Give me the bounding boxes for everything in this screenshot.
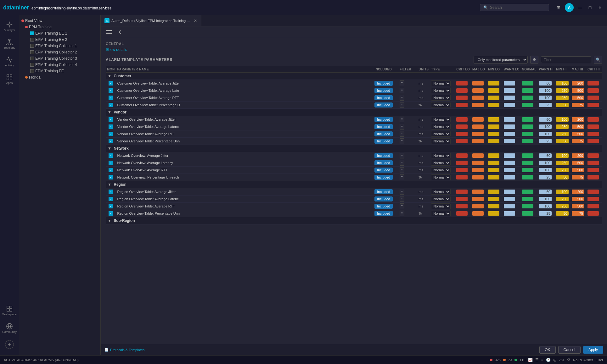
included-cell[interactable]: Included [373,138,398,145]
included-cell[interactable]: Included [373,152,398,159]
row-checkbox-cell[interactable]: ✓ [106,167,116,174]
row-checkbox[interactable]: ✓ [109,153,113,158]
type-select[interactable]: Normal [431,138,451,144]
included-button[interactable]: Included [374,211,393,216]
type-select[interactable]: Normal [431,95,451,101]
row-checkbox-cell[interactable]: ✓ [106,174,116,181]
included-button[interactable]: Included [374,153,393,158]
row-checkbox[interactable]: ✓ [109,211,113,216]
row-checkbox-cell[interactable]: ✓ [106,188,116,196]
included-cell[interactable]: Included [373,210,398,217]
filter-cell[interactable]: * [398,159,417,167]
type-cell[interactable]: Normal [430,188,455,196]
type-cell[interactable]: Normal [430,203,455,210]
row-checkbox[interactable]: ✓ [109,161,113,165]
filter-cell[interactable]: * [398,87,417,94]
included-cell[interactable]: Included [373,123,398,130]
row-checkbox-cell[interactable]: ✓ [106,130,116,138]
type-cell[interactable]: Normal [430,116,455,123]
included-cell[interactable]: Included [373,174,398,181]
tree-checkbox[interactable] [30,69,34,73]
tree-item-epm-training[interactable]: EPM Training [19,24,100,30]
sidebar-item-surveyor[interactable]: Surveyor [2,18,17,35]
included-button[interactable]: Included [374,160,393,165]
row-checkbox-cell[interactable]: ✓ [106,123,116,130]
type-select[interactable]: Normal [431,160,451,166]
included-button[interactable]: Included [374,81,393,86]
included-button[interactable]: Included [374,102,393,108]
included-cell[interactable]: Included [373,87,398,94]
tree-checkbox[interactable] [30,57,34,60]
type-cell[interactable]: Normal [430,210,455,217]
row-checkbox[interactable]: ✓ [109,175,113,179]
type-cell[interactable]: Normal [430,80,455,87]
type-select[interactable]: Normal [431,174,451,180]
type-cell[interactable]: Normal [430,130,455,138]
group-arrow-icon[interactable]: ▼ [108,74,111,78]
row-checkbox[interactable]: ✓ [109,190,113,194]
filter-cell[interactable]: * [398,174,417,181]
included-cell[interactable]: Included [373,130,398,138]
tab-alarm-default[interactable]: ⚠ Alarm_Default (Skyline EPM Integration… [101,15,201,26]
type-select[interactable]: Normal [431,167,451,173]
type-select[interactable]: Normal [431,124,451,130]
type-select[interactable]: Normal [431,117,451,122]
type-select[interactable]: Normal [431,203,451,209]
sidebar-item-apps[interactable]: Apps [2,71,17,87]
included-button[interactable]: Included [374,189,393,194]
included-button[interactable]: Included [374,175,393,180]
global-search[interactable]: 🔍 Search [480,4,549,11]
included-button[interactable]: Included [374,88,393,93]
filter-cell[interactable]: * [398,203,417,210]
ok-button[interactable]: OK [539,346,555,354]
included-button[interactable]: Included [374,204,393,209]
tree-item-fe[interactable]: EPM Training FE [19,68,100,74]
settings-button[interactable]: ⚙ [530,56,538,64]
included-cell[interactable]: Included [373,94,398,102]
filter-cell[interactable]: * [398,94,417,102]
type-select[interactable]: Normal [431,80,451,86]
included-cell[interactable]: Included [373,159,398,167]
row-checkbox[interactable]: ✓ [109,168,113,172]
row-checkbox[interactable]: ✓ [109,139,113,143]
included-cell[interactable]: Included [373,80,398,87]
pin-icon[interactable]: ⊞ [555,4,562,11]
tree-item-col1[interactable]: EPM Training Collector 1 [19,43,100,49]
close-window-icon[interactable]: ✕ [596,4,604,11]
type-select[interactable]: Normal [431,211,451,216]
group-arrow-icon[interactable]: ▼ [108,218,111,223]
type-cell[interactable]: Normal [430,138,455,145]
row-checkbox-cell[interactable]: ✓ [106,159,116,167]
row-checkbox-cell[interactable]: ✓ [106,94,116,102]
row-checkbox[interactable]: ✓ [109,197,113,201]
tree-checkbox[interactable] [30,50,34,54]
filter-cell[interactable]: * [398,210,417,217]
sidebar-item-community[interactable]: Community [2,320,17,336]
user-avatar[interactable]: A [565,3,574,12]
type-select[interactable]: Normal [431,189,451,195]
row-checkbox-cell[interactable]: ✓ [106,102,116,109]
type-cell[interactable]: Normal [430,87,455,94]
included-button[interactable]: Included [374,95,393,100]
filter-cell[interactable]: * [398,80,417,87]
tree-item-col2[interactable]: EPM Training Collector 2 [19,49,100,55]
included-button[interactable]: Included [374,196,393,201]
add-view-button[interactable]: + [5,340,14,349]
cancel-button[interactable]: Cancel [558,346,581,354]
filter-input[interactable] [541,56,591,63]
type-select[interactable]: Normal [431,88,451,93]
included-cell[interactable]: Included [373,167,398,174]
filter-cell[interactable]: * [398,123,417,130]
tree-item-be2[interactable]: EPM Training BE 2 [19,36,100,43]
filter-cell[interactable]: * [398,130,417,138]
type-select[interactable]: Normal [431,196,451,202]
row-checkbox[interactable]: ✓ [109,81,113,85]
monitored-params-select[interactable]: Only monitored parameters [474,56,528,63]
included-button[interactable]: Included [374,139,393,144]
included-button[interactable]: Included [374,168,393,173]
sidebar-item-workspace[interactable]: Workspace [2,302,17,319]
row-checkbox-cell[interactable]: ✓ [106,203,116,210]
back-button[interactable] [116,28,125,36]
type-cell[interactable]: Normal [430,174,455,181]
minimize-icon[interactable]: — [576,4,584,11]
